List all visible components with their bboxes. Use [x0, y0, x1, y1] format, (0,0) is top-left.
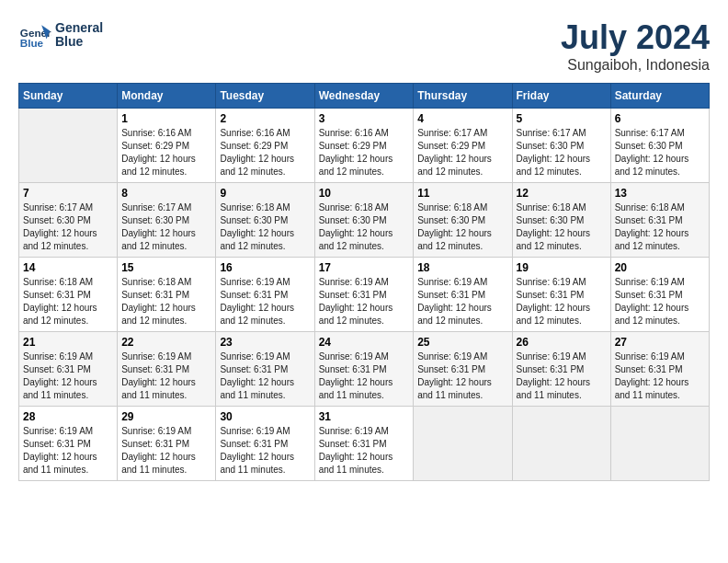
svg-text:Blue: Blue	[20, 37, 44, 49]
calendar-week-1: 1Sunrise: 6:16 AMSunset: 6:29 PMDaylight…	[19, 109, 710, 183]
calendar-cell: 29Sunrise: 6:19 AMSunset: 6:31 PMDayligh…	[118, 407, 216, 481]
calendar-cell: 25Sunrise: 6:19 AMSunset: 6:31 PMDayligh…	[414, 332, 512, 407]
calendar-cell: 24Sunrise: 6:19 AMSunset: 6:31 PMDayligh…	[314, 332, 414, 407]
day-info: Sunrise: 6:19 AMSunset: 6:31 PMDaylight:…	[23, 350, 113, 402]
day-number: 7	[23, 187, 113, 200]
day-number: 6	[615, 112, 705, 125]
calendar-cell: 11Sunrise: 6:18 AMSunset: 6:30 PMDayligh…	[414, 183, 512, 258]
day-info: Sunrise: 6:17 AMSunset: 6:30 PMDaylight:…	[23, 201, 113, 253]
calendar-cell: 23Sunrise: 6:19 AMSunset: 6:31 PMDayligh…	[216, 332, 314, 407]
weekday-header-friday: Friday	[512, 84, 610, 109]
calendar-cell: 9Sunrise: 6:18 AMSunset: 6:30 PMDaylight…	[216, 183, 314, 258]
day-info: Sunrise: 6:18 AMSunset: 6:30 PMDaylight:…	[319, 201, 410, 253]
calendar-cell: 10Sunrise: 6:18 AMSunset: 6:30 PMDayligh…	[314, 183, 414, 258]
calendar-cell: 7Sunrise: 6:17 AMSunset: 6:30 PMDaylight…	[19, 183, 118, 258]
weekday-header-wednesday: Wednesday	[314, 84, 414, 109]
day-info: Sunrise: 6:19 AMSunset: 6:31 PMDaylight:…	[220, 425, 310, 477]
title-section: July 2024 Sungaiboh, Indonesia	[561, 18, 710, 74]
page-header: General Blue General Blue July 2024 Sung…	[18, 18, 710, 74]
day-number: 2	[220, 112, 310, 125]
day-number: 25	[417, 336, 507, 349]
day-info: Sunrise: 6:18 AMSunset: 6:31 PMDaylight:…	[615, 201, 705, 253]
day-number: 11	[417, 187, 507, 200]
day-number: 27	[615, 336, 705, 349]
calendar-week-4: 21Sunrise: 6:19 AMSunset: 6:31 PMDayligh…	[19, 332, 710, 407]
day-info: Sunrise: 6:19 AMSunset: 6:31 PMDaylight:…	[220, 350, 310, 402]
calendar-cell: 30Sunrise: 6:19 AMSunset: 6:31 PMDayligh…	[216, 407, 314, 481]
calendar-cell: 12Sunrise: 6:18 AMSunset: 6:30 PMDayligh…	[512, 183, 610, 258]
logo-icon: General Blue	[18, 18, 51, 52]
weekday-header-thursday: Thursday	[414, 84, 512, 109]
day-number: 30	[220, 410, 310, 423]
calendar-cell: 1Sunrise: 6:16 AMSunset: 6:29 PMDaylight…	[118, 109, 216, 183]
calendar-cell	[19, 109, 118, 183]
day-info: Sunrise: 6:19 AMSunset: 6:31 PMDaylight:…	[319, 276, 410, 327]
day-number: 31	[319, 410, 410, 423]
day-number: 18	[417, 261, 507, 274]
day-info: Sunrise: 6:17 AMSunset: 6:30 PMDaylight:…	[517, 127, 607, 178]
calendar-cell	[610, 407, 709, 481]
calendar-cell: 21Sunrise: 6:19 AMSunset: 6:31 PMDayligh…	[19, 332, 118, 407]
calendar-cell: 20Sunrise: 6:19 AMSunset: 6:31 PMDayligh…	[610, 258, 709, 332]
day-info: Sunrise: 6:19 AMSunset: 6:31 PMDaylight:…	[517, 276, 607, 327]
day-number: 20	[615, 261, 705, 274]
day-info: Sunrise: 6:16 AMSunset: 6:29 PMDaylight:…	[319, 127, 410, 178]
calendar-cell: 19Sunrise: 6:19 AMSunset: 6:31 PMDayligh…	[512, 258, 610, 332]
day-number: 8	[121, 187, 211, 200]
logo-text: General Blue	[55, 21, 103, 50]
day-info: Sunrise: 6:19 AMSunset: 6:31 PMDaylight:…	[615, 276, 705, 327]
weekday-header-monday: Monday	[118, 84, 216, 109]
day-number: 13	[615, 187, 705, 200]
day-number: 23	[220, 336, 310, 349]
calendar-table: SundayMondayTuesdayWednesdayThursdayFrid…	[18, 83, 710, 481]
day-info: Sunrise: 6:18 AMSunset: 6:31 PMDaylight:…	[23, 276, 113, 327]
day-info: Sunrise: 6:19 AMSunset: 6:31 PMDaylight:…	[615, 350, 705, 402]
day-info: Sunrise: 6:19 AMSunset: 6:31 PMDaylight:…	[517, 350, 607, 402]
month-year-title: July 2024	[561, 18, 710, 57]
day-info: Sunrise: 6:19 AMSunset: 6:31 PMDaylight:…	[121, 350, 211, 402]
day-number: 28	[23, 410, 113, 423]
calendar-cell	[414, 407, 512, 481]
location-subtitle: Sungaiboh, Indonesia	[561, 57, 710, 74]
calendar-body: 1Sunrise: 6:16 AMSunset: 6:29 PMDaylight…	[19, 109, 710, 481]
calendar-cell: 27Sunrise: 6:19 AMSunset: 6:31 PMDayligh…	[610, 332, 709, 407]
logo: General Blue General Blue	[18, 18, 103, 52]
day-info: Sunrise: 6:19 AMSunset: 6:31 PMDaylight:…	[121, 425, 211, 477]
calendar-header: SundayMondayTuesdayWednesdayThursdayFrid…	[19, 84, 710, 109]
calendar-cell: 13Sunrise: 6:18 AMSunset: 6:31 PMDayligh…	[610, 183, 709, 258]
day-number: 26	[517, 336, 607, 349]
calendar-cell: 26Sunrise: 6:19 AMSunset: 6:31 PMDayligh…	[512, 332, 610, 407]
day-number: 14	[23, 261, 113, 274]
weekday-header-sunday: Sunday	[19, 84, 118, 109]
day-number: 29	[121, 410, 211, 423]
day-info: Sunrise: 6:16 AMSunset: 6:29 PMDaylight:…	[220, 127, 310, 178]
day-info: Sunrise: 6:19 AMSunset: 6:31 PMDaylight:…	[220, 276, 310, 327]
calendar-cell: 22Sunrise: 6:19 AMSunset: 6:31 PMDayligh…	[118, 332, 216, 407]
day-info: Sunrise: 6:19 AMSunset: 6:31 PMDaylight:…	[417, 276, 507, 327]
calendar-week-2: 7Sunrise: 6:17 AMSunset: 6:30 PMDaylight…	[19, 183, 710, 258]
calendar-cell: 6Sunrise: 6:17 AMSunset: 6:30 PMDaylight…	[610, 109, 709, 183]
day-number: 15	[121, 261, 211, 274]
day-number: 24	[319, 336, 410, 349]
calendar-cell: 17Sunrise: 6:19 AMSunset: 6:31 PMDayligh…	[314, 258, 414, 332]
day-number: 19	[517, 261, 607, 274]
day-info: Sunrise: 6:17 AMSunset: 6:30 PMDaylight:…	[121, 201, 211, 253]
day-info: Sunrise: 6:19 AMSunset: 6:31 PMDaylight:…	[319, 425, 410, 477]
day-info: Sunrise: 6:18 AMSunset: 6:31 PMDaylight:…	[121, 276, 211, 327]
day-number: 12	[517, 187, 607, 200]
day-number: 10	[319, 187, 410, 200]
calendar-cell: 4Sunrise: 6:17 AMSunset: 6:29 PMDaylight…	[414, 109, 512, 183]
day-info: Sunrise: 6:17 AMSunset: 6:30 PMDaylight:…	[615, 127, 705, 178]
weekday-header-saturday: Saturday	[610, 84, 709, 109]
day-info: Sunrise: 6:19 AMSunset: 6:31 PMDaylight:…	[23, 425, 113, 477]
day-info: Sunrise: 6:18 AMSunset: 6:30 PMDaylight:…	[220, 201, 310, 253]
day-number: 9	[220, 187, 310, 200]
calendar-cell: 2Sunrise: 6:16 AMSunset: 6:29 PMDaylight…	[216, 109, 314, 183]
day-number: 17	[319, 261, 410, 274]
weekday-header-row: SundayMondayTuesdayWednesdayThursdayFrid…	[19, 84, 710, 109]
day-number: 22	[121, 336, 211, 349]
day-info: Sunrise: 6:17 AMSunset: 6:29 PMDaylight:…	[417, 127, 507, 178]
day-number: 3	[319, 112, 410, 125]
day-number: 21	[23, 336, 113, 349]
day-number: 1	[121, 112, 211, 125]
